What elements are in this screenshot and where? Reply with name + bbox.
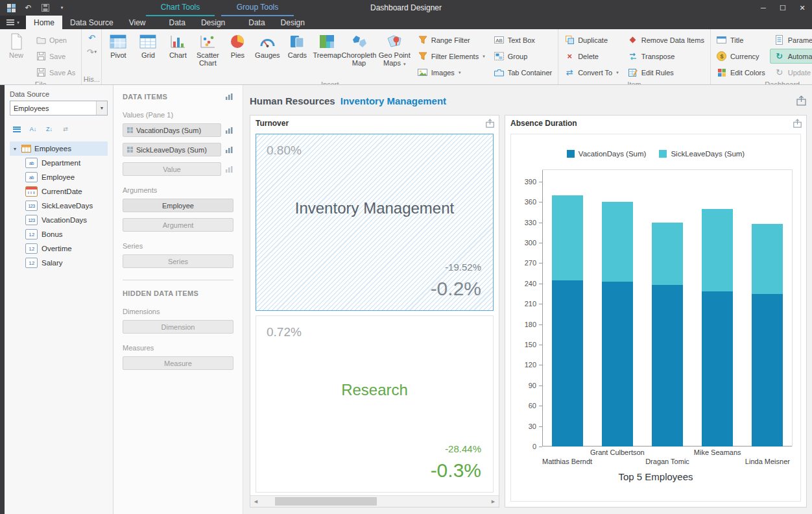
data-source-select[interactable]: Employees ▼ xyxy=(10,101,108,116)
open-button[interactable]: Open xyxy=(31,32,80,47)
transpose-button[interactable]: Transpose xyxy=(623,49,709,64)
scroll-thumb[interactable] xyxy=(275,497,377,506)
series-placeholder-chip[interactable]: Series xyxy=(123,254,233,268)
tree-field-vacationdays[interactable]: 123 VacationDays xyxy=(10,213,108,227)
chip-options-icon[interactable] xyxy=(225,165,233,173)
value-chip-sickleavedays[interactable]: SickLeaveDays (Sum) xyxy=(123,143,221,156)
tab-container-button[interactable]: Tab Container xyxy=(490,65,557,80)
titlebar-quick-access: ↶ ▾ xyxy=(0,3,73,13)
turnover-export-button[interactable] xyxy=(485,119,495,128)
tree-field-salary[interactable]: 1.2 Salary xyxy=(10,256,108,270)
scroll-track[interactable] xyxy=(261,496,488,507)
turnover-panel[interactable]: Turnover 0.80% Inventory Management -19.… xyxy=(250,115,499,508)
tree-field-department[interactable]: ab Department xyxy=(10,156,108,170)
remove-data-items-button[interactable]: Remove Data Items xyxy=(623,32,709,47)
pies-icon xyxy=(229,32,246,50)
measure-placeholder-chip[interactable]: Measure xyxy=(123,356,233,370)
tab-group-design[interactable]: Design xyxy=(273,16,313,29)
tree-field-employee[interactable]: ab Employee xyxy=(10,170,108,184)
value-placeholder-chip[interactable]: Value xyxy=(123,162,221,176)
field-list-options-button[interactable] xyxy=(10,123,24,135)
insert-gauges-button[interactable]: Gauges xyxy=(252,31,282,74)
y-tick-label: 330 xyxy=(525,219,536,226)
tree-field-overtime[interactable]: 1.2 Overtime xyxy=(10,241,108,256)
tree-field-currentdate[interactable]: CurrentDate xyxy=(10,184,108,199)
undo-button[interactable]: ↶ xyxy=(83,31,100,45)
filter-elements-button[interactable]: Filter Elements▾ xyxy=(413,49,490,64)
images-button[interactable]: Images▾ xyxy=(413,65,490,80)
absence-export-button[interactable] xyxy=(793,119,802,128)
sort-descending-button[interactable]: Z↓ xyxy=(42,123,56,135)
select-caret-icon[interactable]: ▼ xyxy=(96,101,107,115)
maximize-button[interactable]: ☐ xyxy=(773,0,793,16)
insert-pivot-button[interactable]: Pivot xyxy=(103,31,133,74)
expand-caret-icon[interactable]: ▾ xyxy=(12,146,18,152)
insert-geo-point-maps-button[interactable]: Geo Point Maps ▾ xyxy=(376,31,413,74)
tab-chart-design[interactable]: Design xyxy=(193,16,233,29)
new-button[interactable]: New xyxy=(1,31,31,74)
contextual-tab-chart-tools[interactable]: Chart Tools xyxy=(146,0,215,16)
decimal-field-icon: 1.2 xyxy=(25,243,38,254)
tab-home[interactable]: Home xyxy=(26,16,62,29)
sort-ascending-button[interactable]: A↓ xyxy=(26,123,40,135)
redo-button[interactable]: ↷▾ xyxy=(83,45,100,59)
range-filter-button[interactable]: Range Filter xyxy=(413,32,490,47)
duplicate-button[interactable]: Duplicate xyxy=(560,32,623,47)
turnover-hscrollbar[interactable]: ◀ ▶ xyxy=(250,495,499,507)
application-menu-button[interactable]: ▾ xyxy=(0,16,26,29)
argument-chip-employee[interactable]: Employee xyxy=(123,199,233,212)
close-button[interactable]: ✕ xyxy=(793,0,812,16)
data-items-options-icon[interactable] xyxy=(225,93,233,101)
scroll-left-arrow[interactable]: ◀ xyxy=(250,496,261,507)
open-folder-icon xyxy=(36,35,46,45)
tree-field-bonus[interactable]: 1.2 Bonus xyxy=(10,227,108,241)
value-chip-vacationdays[interactable]: VacationDays (Sum) xyxy=(123,123,221,137)
tab-data-source[interactable]: Data Source xyxy=(62,16,121,29)
insert-choropleth-map-button[interactable]: Choropleth Map xyxy=(342,31,376,74)
scroll-right-arrow[interactable]: ▶ xyxy=(488,496,499,507)
card-inventory-management[interactable]: 0.80% Inventory Management -19.52% -0.2% xyxy=(256,134,494,311)
quick-access-caret-icon[interactable]: ▾ xyxy=(57,3,67,13)
grip-icon xyxy=(127,127,133,133)
save-button[interactable]: Save xyxy=(31,49,80,64)
insert-treemap-button[interactable]: Treemap xyxy=(312,31,342,74)
parameters-button[interactable]: Parameters xyxy=(770,32,812,47)
undo-quick-icon[interactable]: ↶ xyxy=(23,3,33,13)
update-button[interactable]: ↻Update xyxy=(770,65,812,80)
text-box-button[interactable]: AB Text Box xyxy=(490,32,557,47)
dimension-placeholder-chip[interactable]: Dimension xyxy=(123,320,233,334)
insert-scatter-chart-button[interactable]: Scatter Chart xyxy=(193,31,222,74)
card-research[interactable]: 0.72% Research -28.44% -0.3% xyxy=(256,315,494,493)
chip-options-icon[interactable] xyxy=(225,146,233,154)
contextual-tab-group-tools[interactable]: Group Tools xyxy=(221,0,294,16)
absence-duration-panel[interactable]: Absence Duration VacationDays (Sum) Sic xyxy=(505,115,807,508)
title-button[interactable]: Title xyxy=(712,32,770,47)
group-button[interactable]: Group xyxy=(490,49,557,64)
dashboard-export-button[interactable] xyxy=(796,95,807,106)
delete-icon: × xyxy=(564,51,575,62)
insert-grid-button[interactable]: Grid xyxy=(133,31,163,74)
edit-rules-button[interactable]: Edit Rules xyxy=(623,65,709,80)
currency-button[interactable]: $Currency xyxy=(712,49,770,64)
convert-to-button[interactable]: ⇄Convert To▾ xyxy=(560,65,623,80)
tab-view[interactable]: View xyxy=(121,16,154,29)
automatic-updates-button[interactable]: ↻Automatic Updates xyxy=(770,49,812,64)
save-as-button[interactable]: Save As xyxy=(31,65,80,80)
tab-group-data[interactable]: Data xyxy=(241,16,272,29)
group-label-dashboard: Dashboard xyxy=(712,80,812,85)
chip-options-icon[interactable] xyxy=(225,127,233,134)
tree-node-employees[interactable]: ▾ Employees xyxy=(10,141,108,156)
insert-cards-button[interactable]: Cards xyxy=(282,31,312,74)
insert-chart-button[interactable]: Chart xyxy=(163,31,193,74)
insert-pies-button[interactable]: Pies xyxy=(222,31,252,74)
edit-colors-button[interactable]: Edit Colors xyxy=(712,65,770,80)
minimize-button[interactable]: ─ xyxy=(754,0,773,16)
tab-chart-data[interactable]: Data xyxy=(161,16,193,29)
delete-button[interactable]: ×Delete xyxy=(560,49,623,64)
group-label-item: Item xyxy=(560,80,709,85)
swap-button[interactable]: ⇄ xyxy=(58,123,73,135)
argument-placeholder-chip[interactable]: Argument xyxy=(123,218,233,232)
tree-field-sickleavedays[interactable]: 123 SickLeaveDays xyxy=(10,199,108,213)
save-quick-icon[interactable] xyxy=(40,3,50,13)
ribbon-group-insert: Pivot Grid Chart Scatter Chart P xyxy=(102,29,558,84)
